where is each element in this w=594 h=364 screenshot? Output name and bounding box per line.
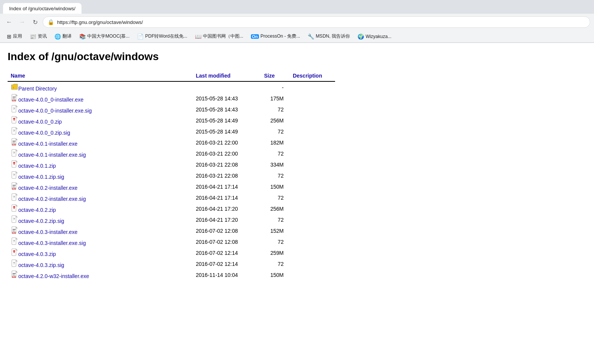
table-row: ? octave-4.0.3-installer.exe.sig2016-07-… [8,236,335,247]
file-size-cell: 175M [261,93,290,104]
col-desc-header: Description [290,70,335,81]
file-link[interactable]: octave-4.0.1.zip.sig [18,174,64,180]
file-link[interactable]: octave-4.0.1-installer.exe.sig [18,152,86,158]
table-row: ↑ Parent Directory- [8,81,335,93]
svg-text:?: ? [13,173,15,177]
file-link[interactable]: octave-4.0.2-installer.exe [18,185,78,191]
file-name-cell: ↑ Parent Directory [8,81,193,93]
file-size-cell: 72 [261,170,290,181]
file-link[interactable]: octave-4.0.0_0-installer.exe [18,97,83,103]
file-desc-cell [290,181,335,192]
file-name-cell: octave-4.0.1.zip [8,159,193,170]
file-link[interactable]: octave-4.0.0_0.zip [18,119,62,125]
file-link[interactable]: octave-4.0.3-installer.exe.sig [18,240,86,246]
bookmark-label: 资讯 [38,33,47,40]
page-title: Index of /gnu/octave/windows [8,51,586,63]
file-size-cell: 72 [261,192,290,203]
forward-button[interactable]: → [17,17,27,27]
col-name-link[interactable]: Name [11,73,25,79]
file-date-cell: 2016-07-02 12:08 [193,236,261,247]
bookmark-label: ProcessOn - 免费... [260,33,300,40]
svg-marker-54 [16,238,18,239]
bookmark-label: MSDN, 我告诉你 [316,33,350,40]
file-link[interactable]: octave-4.0.1-installer.exe [18,141,78,147]
file-link[interactable]: octave-4.2.0-w32-installer.exe [18,273,89,279]
col-desc-link[interactable]: Description [293,73,322,79]
file-name-cell: ? octave-4.0.2.zip.sig [8,214,193,225]
table-row: EXE octave-4.0.1-installer.exe2016-03-21… [8,137,335,148]
file-size-cell: 256M [261,203,290,214]
address-bar[interactable]: 🔒 https://ftp.gnu.org/gnu/octave/windows… [43,16,590,28]
reload-button[interactable]: ↻ [30,17,40,27]
parent-dir-link[interactable]: Parent Directory [18,86,57,92]
file-date-cell: 2016-04-21 17:20 [193,214,261,225]
bookmark-pdf[interactable]: 📄 PDF转Word在线免... [134,32,190,41]
table-row: octave-4.0.1.zip2016-03-21 22:08334M [8,159,335,170]
file-link[interactable]: octave-4.0.3.zip.sig [18,262,64,268]
msdn-icon: 🔧 [308,33,314,40]
bookmark-news[interactable]: 📰 资讯 [27,32,50,41]
bookmark-wizyakuza[interactable]: 🌍 Wizyakuza... [354,32,394,41]
file-size-cell: 150M [261,181,290,192]
file-name-cell: ? octave-4.0.1-installer.exe.sig [8,148,193,159]
file-date-cell: 2016-03-21 22:08 [193,170,261,181]
file-name-cell: ? octave-4.0.0_0-installer.exe.sig [8,104,193,115]
bookmark-translate[interactable]: 🌐 翻译 [51,32,75,41]
table-row: ? octave-4.0.0_0.zip.sig2015-05-28 14:49… [8,126,335,137]
table-row: ? octave-4.0.1-installer.exe.sig2016-03-… [8,148,335,159]
file-link[interactable]: octave-4.0.0_0-installer.exe.sig [18,108,92,114]
file-link[interactable]: octave-4.0.3.zip [18,251,56,257]
svg-text:?: ? [13,261,15,265]
wiz-icon: 🌍 [358,33,364,40]
svg-marker-39 [16,194,18,195]
svg-marker-24 [16,149,18,151]
file-desc-cell [290,258,335,269]
file-name-cell: octave-4.0.0_0.zip [8,115,193,126]
bookmark-apps[interactable]: ⊞ 应用 [4,32,25,41]
bookmark-mooc[interactable]: 📚 中国大学MOOC(慕... [76,32,133,41]
file-date-cell: 2016-07-02 12:08 [193,225,261,236]
zip-icon [11,163,18,169]
sig-icon: ? [11,240,18,246]
bookmark-msdn[interactable]: 🔧 MSDN, 我告诉你 [305,32,353,41]
zip-icon [11,207,18,213]
file-desc-cell [290,236,335,247]
bookmark-processon[interactable]: On ProcessOn - 免费... [248,32,303,41]
file-link[interactable]: octave-4.0.2-installer.exe.sig [18,196,86,202]
svg-marker-30 [16,172,18,173]
svg-rect-35 [13,186,15,187]
back-button[interactable]: ← [4,17,14,27]
active-tab[interactable]: Index of /gnu/octave/windows/ [3,3,81,14]
svg-marker-27 [16,161,18,162]
file-link[interactable]: octave-4.0.2.zip.sig [18,218,64,224]
sig-icon: ? [11,108,18,114]
svg-rect-50 [13,230,15,231]
table-row: EXE octave-4.0.2-installer.exe2016-04-21… [8,181,335,192]
svg-text:EXE: EXE [12,143,16,146]
sig-icon: ? [11,196,18,202]
file-link[interactable]: octave-4.0.3-installer.exe [18,229,78,235]
file-name-cell: ? octave-4.0.3.zip.sig [8,258,193,269]
svg-rect-5 [13,98,15,99]
file-date-cell: 2016-04-21 17:14 [193,192,261,203]
table-row: octave-4.0.0_0.zip2015-05-28 14:49256M [8,115,335,126]
file-link[interactable]: octave-4.0.0_0.zip.sig [18,130,70,136]
sig-icon: ? [11,262,18,268]
table-row: ? octave-4.0.2.zip.sig2016-04-21 17:2072 [8,214,335,225]
col-date-link[interactable]: Last modified [196,73,230,79]
exe-icon: EXE [11,141,18,147]
col-size-link[interactable]: Size [264,73,275,79]
bookmark-books[interactable]: 📖 中国图书网（中图... [192,32,246,41]
bookmark-label: PDF转Word在线免... [145,33,187,40]
sig-icon: ? [11,174,18,180]
table-row: ? octave-4.0.0_0-installer.exe.sig2015-0… [8,104,335,115]
file-link[interactable]: octave-4.0.1.zip [18,163,56,169]
svg-marker-15 [16,127,18,129]
file-size-cell: 182M [261,137,290,148]
file-size-cell: 152M [261,225,290,236]
file-link[interactable]: octave-4.0.2.zip [18,207,56,213]
svg-marker-18 [16,138,18,140]
svg-rect-49 [13,229,16,230]
books-icon: 📖 [195,33,201,40]
file-desc-cell [290,214,335,225]
